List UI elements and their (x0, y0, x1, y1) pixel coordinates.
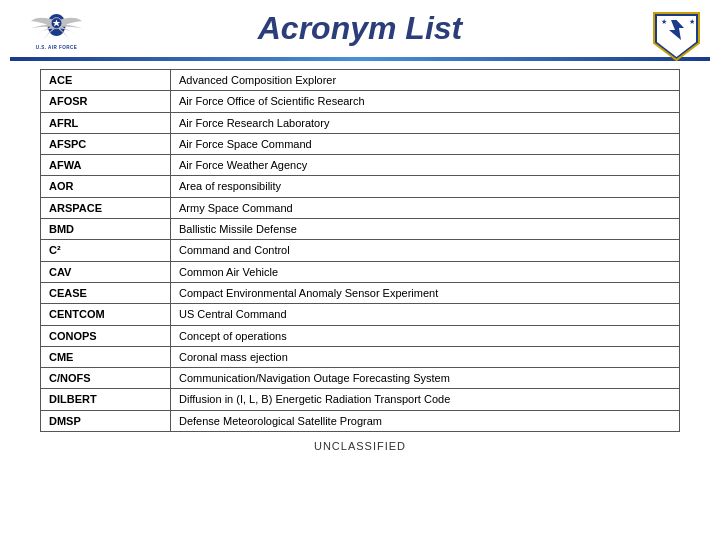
definition-cell: Communication/Navigation Outage Forecast… (171, 368, 680, 389)
table-row: CENTCOMUS Central Command (41, 304, 680, 325)
table-row: AORArea of responsibility (41, 176, 680, 197)
table-row: C²Command and Control (41, 240, 680, 261)
acronym-cell: CONOPS (41, 325, 171, 346)
definition-cell: Air Force Office of Scientific Research (171, 91, 680, 112)
definition-cell: Diffusion in (I, L, B) Energetic Radiati… (171, 389, 680, 410)
table-row: CONOPSConcept of operations (41, 325, 680, 346)
table-row: ARSPACEArmy Space Command (41, 197, 680, 218)
acronym-cell: DMSP (41, 410, 171, 431)
decorative-bar (10, 57, 710, 61)
definition-cell: Air Force Weather Agency (171, 155, 680, 176)
acronym-cell: CENTCOM (41, 304, 171, 325)
usaf-wings-icon: U.S. AIR FORCE (29, 8, 84, 53)
acronym-cell: BMD (41, 219, 171, 240)
definition-cell: Air Force Space Command (171, 133, 680, 154)
table-row: AFRLAir Force Research Laboratory (41, 112, 680, 133)
acronym-cell: C/NOFS (41, 368, 171, 389)
table-row: AFWAAir Force Weather Agency (41, 155, 680, 176)
definition-cell: Defense Meteorological Satellite Program (171, 410, 680, 431)
acronym-cell: ACE (41, 70, 171, 91)
table-row: CAVCommon Air Vehicle (41, 261, 680, 282)
main-content: ACEAdvanced Composition ExplorerAFOSRAir… (0, 69, 720, 432)
svg-text:U.S. AIR FORCE: U.S. AIR FORCE (35, 45, 77, 50)
acronym-cell: CME (41, 346, 171, 367)
usaf-logo-left: U.S. AIR FORCE (16, 8, 96, 63)
table-row: C/NOFSCommunication/Navigation Outage Fo… (41, 368, 680, 389)
definition-cell: US Central Command (171, 304, 680, 325)
acronym-cell: AFRL (41, 112, 171, 133)
definition-cell: Army Space Command (171, 197, 680, 218)
acronym-cell: CEASE (41, 282, 171, 303)
page-title: Acronym List (258, 10, 462, 47)
acronym-cell: AFSPC (41, 133, 171, 154)
acronym-cell: AFWA (41, 155, 171, 176)
definition-cell: Advanced Composition Explorer (171, 70, 680, 91)
afrl-shield-icon: ★ ★ (649, 8, 704, 63)
definition-cell: Concept of operations (171, 325, 680, 346)
acronym-cell: CAV (41, 261, 171, 282)
acronym-cell: AOR (41, 176, 171, 197)
acronym-cell: AFOSR (41, 91, 171, 112)
acronym-cell: C² (41, 240, 171, 261)
afrl-logo-right: ★ ★ (649, 8, 704, 63)
definition-cell: Compact Environmental Anomaly Sensor Exp… (171, 282, 680, 303)
table-row: BMDBallistic Missile Defense (41, 219, 680, 240)
definition-cell: Coronal mass ejection (171, 346, 680, 367)
classification-label: UNCLASSIFIED (314, 440, 406, 452)
table-row: DILBERTDiffusion in (I, L, B) Energetic … (41, 389, 680, 410)
definition-cell: Ballistic Missile Defense (171, 219, 680, 240)
classification-footer: UNCLASSIFIED (0, 440, 720, 452)
svg-text:★: ★ (689, 18, 695, 25)
definition-cell: Air Force Research Laboratory (171, 112, 680, 133)
table-row: CEASECompact Environmental Anomaly Senso… (41, 282, 680, 303)
table-row: CMECoronal mass ejection (41, 346, 680, 367)
definition-cell: Command and Control (171, 240, 680, 261)
svg-text:★: ★ (661, 18, 667, 25)
definition-cell: Common Air Vehicle (171, 261, 680, 282)
table-row: AFSPCAir Force Space Command (41, 133, 680, 154)
definition-cell: Area of responsibility (171, 176, 680, 197)
table-row: ACEAdvanced Composition Explorer (41, 70, 680, 91)
table-row: DMSPDefense Meteorological Satellite Pro… (41, 410, 680, 431)
acronym-cell: ARSPACE (41, 197, 171, 218)
page-header: U.S. AIR FORCE Acronym List ★ ★ (0, 0, 720, 57)
table-row: AFOSRAir Force Office of Scientific Rese… (41, 91, 680, 112)
acronym-table: ACEAdvanced Composition ExplorerAFOSRAir… (40, 69, 680, 432)
acronym-cell: DILBERT (41, 389, 171, 410)
